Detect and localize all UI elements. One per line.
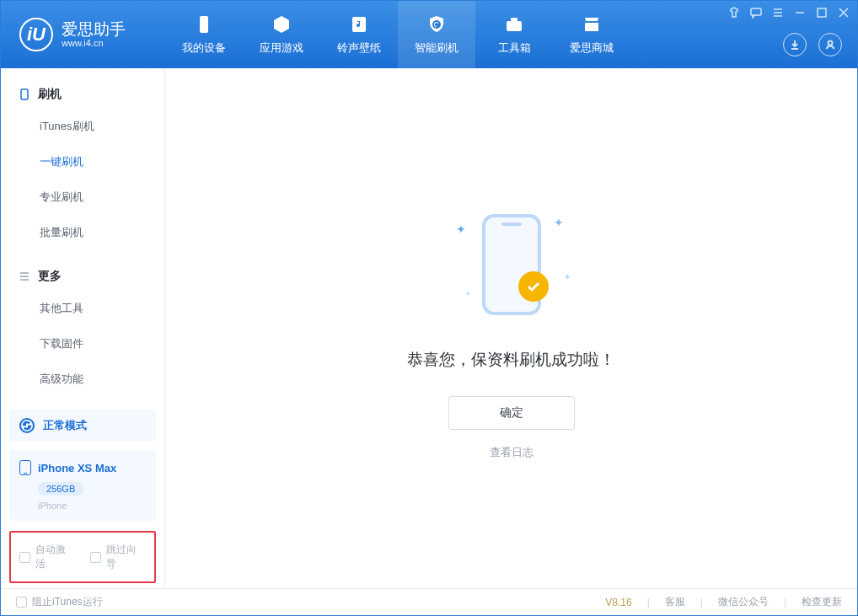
device-storage: 256GB [38,482,83,495]
sidebar-header-label: 更多 [38,269,62,284]
checkbox-block-itunes[interactable]: 阻止iTunes运行 [16,595,103,609]
sidebar-item-download-firmware[interactable]: 下载固件 [40,326,164,362]
nav-smart-flash[interactable]: 智能刷机 [398,1,475,68]
nav-label: 爱思商城 [570,40,614,56]
nav-toolbox[interactable]: 工具箱 [475,1,553,68]
svg-rect-3 [511,18,517,21]
svg-point-6 [829,41,833,46]
device-name: iPhone XS Max [38,462,116,474]
checkbox-skip-guide[interactable]: 跳过向导 [90,543,146,571]
sidebar-item-itunes-flash[interactable]: iTunes刷机 [40,109,164,144]
sidebar-header-more[interactable]: 更多 [1,262,164,291]
phone-icon [193,13,215,35]
shield-refresh-icon [426,13,448,35]
sidebar-header-flash[interactable]: 刷机 [1,80,164,109]
header-actions [783,33,842,56]
nav-label: 应用游戏 [260,40,303,56]
sidebar: 刷机 iTunes刷机 一键刷机 专业刷机 批量刷机 更多 其他工具 下载固件 … [1,68,165,588]
checkbox-icon [90,552,101,563]
app-url: www.i4.cn [62,38,126,48]
main-content: ✦ ✦ ✦ ✦ 恭喜您，保资料刷机成功啦！ 确定 查看日志 [165,68,857,588]
cube-icon [271,13,292,35]
user-button[interactable] [818,33,842,56]
app-name: 爱思助手 [62,21,126,39]
status-bar: 阻止iTunes运行 V8.16 | 客服 | 微信公众号 | 检查更新 [1,588,857,615]
success-illustration: ✦ ✦ ✦ ✦ [444,197,579,332]
checkbox-auto-activate[interactable]: 自动激活 [19,543,75,571]
checkbox-label: 跳过向导 [106,543,146,571]
feedback-icon[interactable] [749,6,763,19]
checkbox-label: 自动激活 [35,543,75,571]
sidebar-section-more: 更多 其他工具 下载固件 高级功能 [1,250,164,397]
nav-store[interactable]: 爱思商城 [553,1,630,68]
ok-button[interactable]: 确定 [448,396,575,430]
sparkle-icon: ✦ [464,289,471,298]
nav-ringtones[interactable]: 铃声壁纸 [320,1,398,68]
footer-right: V8.16 | 客服 | 微信公众号 | 检查更新 [605,595,842,609]
skin-icon[interactable] [727,6,741,19]
sidebar-item-pro-flash[interactable]: 专业刷机 [40,179,164,215]
version-label: V8.16 [605,597,631,608]
options-highlight-box: 自动激活 跳过向导 [9,531,156,583]
sidebar-item-advanced[interactable]: 高级功能 [40,362,164,397]
sidebar-item-other-tools[interactable]: 其他工具 [40,291,164,326]
nav-apps-games[interactable]: 应用游戏 [243,1,320,68]
list-icon [18,270,31,283]
view-log-link[interactable]: 查看日志 [490,445,534,460]
checkbox-icon [19,552,30,563]
logo-text: 爱思助手 www.i4.cn [62,21,126,49]
app-header: iU 爱思助手 www.i4.cn 我的设备 应用游戏 铃声壁纸 智能刷机 工具… [1,1,857,68]
svg-rect-4 [751,8,761,15]
success-title: 恭喜您，保资料刷机成功啦！ [407,349,615,371]
nav-my-device[interactable]: 我的设备 [165,1,243,68]
toolbox-icon [503,13,525,35]
sparkle-icon: ✦ [456,222,466,236]
music-note-icon [348,13,370,35]
nav-label: 铃声壁纸 [337,40,381,56]
svg-rect-7 [21,89,28,99]
checkbox-icon [16,597,27,608]
checkbox-label: 阻止iTunes运行 [32,595,103,609]
store-icon [581,13,603,35]
svg-rect-2 [507,21,522,31]
sparkle-icon: ✦ [564,272,571,281]
device-card[interactable]: iPhone XS Max 256GB iPhone [9,450,156,521]
maximize-icon[interactable] [815,6,829,19]
menu-icon[interactable] [771,6,785,19]
checkmark-badge-icon [518,271,549,302]
nav-label: 智能刷机 [415,40,458,56]
sidebar-item-batch-flash[interactable]: 批量刷机 [40,215,164,250]
minimize-icon[interactable] [793,6,807,19]
support-link[interactable]: 客服 [665,595,685,609]
device-icon [18,88,31,101]
sidebar-header-label: 刷机 [38,87,62,102]
sidebar-bottom: 正常模式 iPhone XS Max 256GB iPhone 自动激活 跳过向… [9,410,156,588]
mode-label: 正常模式 [43,418,87,433]
download-button[interactable] [783,33,807,56]
sync-icon [19,418,35,433]
logo-area[interactable]: iU 爱思助手 www.i4.cn [1,18,165,51]
sidebar-item-oneclick-flash[interactable]: 一键刷机 [40,144,164,179]
main-nav: 我的设备 应用游戏 铃声壁纸 智能刷机 工具箱 爱思商城 [165,1,630,68]
check-update-link[interactable]: 检查更新 [802,595,842,609]
svg-rect-5 [818,8,826,17]
nav-label: 工具箱 [498,40,531,56]
wechat-link[interactable]: 微信公众号 [718,595,769,609]
svg-rect-0 [200,16,208,33]
sidebar-section-flash: 刷机 iTunes刷机 一键刷机 专业刷机 批量刷机 [1,68,164,250]
logo-icon: iU [19,18,53,51]
mode-card[interactable]: 正常模式 [9,410,156,442]
nav-label: 我的设备 [182,40,226,56]
window-controls [727,6,850,19]
sparkle-icon: ✦ [554,216,564,229]
app-body: 刷机 iTunes刷机 一键刷机 专业刷机 批量刷机 更多 其他工具 下载固件 … [1,68,857,588]
phone-small-icon [19,460,31,475]
device-type: iPhone [38,501,146,511]
close-icon[interactable] [837,6,850,19]
